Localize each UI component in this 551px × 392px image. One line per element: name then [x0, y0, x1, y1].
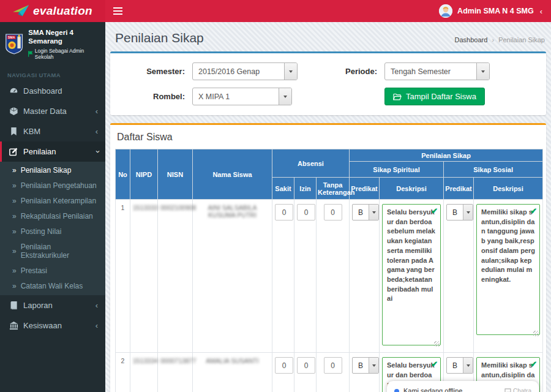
- nama-cell: AINI SALSABILA KUSUMA PUTRI: [193, 200, 272, 353]
- col-header-sikap-spiritual: Sikap Spiritual: [350, 162, 444, 178]
- chevron-left-icon: ‹: [96, 127, 98, 135]
- resize-grip-icon[interactable]: [533, 331, 539, 336]
- table-title: Daftar Siswa: [117, 132, 541, 143]
- nama-cell: AMALIA SUSANTI: [193, 353, 272, 392]
- resize-grip-icon[interactable]: [434, 341, 440, 347]
- sidebar-subitem-rekapitulasi-penilaian[interactable]: »Rekapitulasi Penilaian: [0, 209, 105, 224]
- chat-bubble-icon: [504, 388, 511, 392]
- angle-double-right-icon: »: [12, 266, 17, 275]
- col-header-absensi: Absensi: [272, 149, 350, 178]
- user-name: Admin SMA N 4 SMG: [457, 7, 534, 15]
- sakit-input[interactable]: [275, 357, 293, 374]
- tampil-daftar-siswa-button[interactable]: Tampil Daftar Siswa: [384, 88, 485, 105]
- sidebar-item-penilaian[interactable]: Penilaian ‹: [0, 141, 105, 162]
- col-header-predikat-sosial: Predikat: [444, 178, 474, 200]
- user-menu[interactable]: Admin SMA N 4 SMG ‹: [430, 0, 551, 22]
- col-header-deskripsi-spiritual: Deskripsi: [380, 178, 444, 200]
- col-header-nipd: NIPD: [130, 149, 158, 200]
- periode-select[interactable]: Tengah Semester: [384, 62, 490, 80]
- sakit-input[interactable]: [275, 204, 293, 221]
- izin-input[interactable]: [297, 357, 315, 374]
- select-caret-icon: [476, 63, 489, 80]
- angle-double-right-icon: »: [12, 197, 17, 205]
- breadcrumb-current: Penilaian Sikap: [498, 36, 545, 43]
- folder-open-icon: [393, 93, 402, 100]
- sidebar-subitem-prestasi[interactable]: »Prestasi: [0, 263, 105, 279]
- chat-widget[interactable]: Kami sedang offline Chatra: [387, 381, 539, 392]
- check-icon: ✔: [530, 360, 537, 369]
- paper-plane-icon: [13, 5, 30, 17]
- predikat-sosial-select[interactable]: B: [446, 204, 473, 221]
- sidebar-item-label: KBM: [23, 127, 40, 136]
- col-header-tanpa-keterangan: Tanpa Keterangan: [317, 178, 350, 200]
- angle-double-right-icon: »: [12, 247, 17, 255]
- sidebar-item-master-data[interactable]: Master Data ‹: [0, 101, 105, 121]
- select-caret-icon: [369, 358, 378, 373]
- top-navbar: evaluation Admin SMA N 4 SMG ‹: [0, 0, 551, 22]
- angle-double-right-icon: »: [12, 166, 17, 175]
- sidebar-item-label: Master Data: [23, 107, 67, 116]
- sidebar-subitem-posting-nilai[interactable]: »Posting Nilai: [0, 224, 105, 239]
- semester-select[interactable]: 2015/2016 Genap: [192, 62, 298, 80]
- select-caret-icon: [463, 358, 473, 373]
- main-content: Penilaian Sikap Dashboard › Penilaian Si…: [105, 22, 551, 392]
- col-header-sikap-sosial: Sikap Sosial: [444, 162, 543, 178]
- angle-double-right-icon: »: [12, 282, 17, 290]
- table-row: 1 1513333 0002100908 AINI SALSABILA KUSU…: [116, 200, 543, 353]
- sidebar-item-laporan[interactable]: Laporan ‹: [0, 295, 105, 315]
- col-header-deskripsi-sosial: Deskripsi: [474, 178, 543, 200]
- daftar-siswa-panel: Daftar Siswa No NIPD NISN Nama Siswa Abs…: [110, 123, 546, 392]
- chevron-down-icon: ‹: [92, 150, 100, 153]
- select-caret-icon: [279, 88, 291, 105]
- chevron-left-icon: ‹: [96, 107, 98, 115]
- login-status: Login Sebagai Admin Sekolah: [28, 48, 100, 60]
- breadcrumb-dashboard-link[interactable]: Dashboard: [455, 36, 488, 43]
- school-name: SMA Negeri 4 Semarang: [28, 28, 100, 46]
- sidebar-subitem-catatan-wali-kelas[interactable]: »Catatan Wali Kelas: [0, 279, 105, 294]
- row-number: 2: [116, 353, 130, 392]
- bookmark-icon: [9, 127, 18, 136]
- brand-text: evaluation: [33, 4, 92, 18]
- dashboard-icon: [9, 86, 18, 96]
- chat-status-text: Kami sedang offline: [403, 387, 462, 392]
- sidebar-subitem-penilaian-ekstrakurikuler[interactable]: »Penilaian Ekstrakurikuler: [0, 239, 105, 263]
- offline-status-dot-icon: [394, 389, 399, 392]
- rombel-label: Rombel:: [124, 92, 185, 101]
- col-header-izin: Izin: [294, 178, 317, 200]
- page-title: Penilaian Sikap: [115, 31, 204, 45]
- angle-double-right-icon: »: [12, 181, 17, 190]
- deskripsi-spiritual-textarea[interactable]: Selalu bersyukur dan berdoa sebelum mela…: [382, 204, 441, 345]
- sidebar-item-dashboard[interactable]: Dashboard: [0, 81, 105, 101]
- sidebar-item-label: Penilaian: [23, 147, 56, 156]
- edit-icon: [9, 147, 18, 156]
- rombel-select[interactable]: X MIPA 1: [192, 88, 292, 105]
- angle-double-right-icon: »: [12, 227, 17, 236]
- predikat-sosial-select[interactable]: B: [446, 357, 473, 374]
- bank-icon: [9, 321, 18, 330]
- nipd-cell: 1513333: [130, 200, 158, 353]
- breadcrumb: Dashboard › Penilaian Sikap: [455, 36, 545, 45]
- predikat-spiritual-select[interactable]: B: [352, 204, 379, 221]
- col-header-predikat-spiritual: Predikat: [350, 178, 380, 200]
- col-header-nisn: NISN: [158, 149, 193, 200]
- nisn-cell: 0002100908: [158, 200, 193, 353]
- predikat-spiritual-select[interactable]: B: [352, 357, 379, 374]
- select-caret-icon: [284, 63, 297, 80]
- tanpa-keterangan-input[interactable]: [324, 204, 342, 221]
- school-panel: SMA SMA Negeri 4 Semarang Login Sebagai …: [0, 22, 105, 66]
- sidebar-item-kesiswaan[interactable]: Kesiswaan ‹: [0, 315, 105, 336]
- sidebar: SMA SMA Negeri 4 Semarang Login Sebagai …: [0, 22, 105, 392]
- book-icon: [9, 301, 18, 310]
- cube-icon: [9, 107, 18, 116]
- check-icon: ✔: [431, 206, 438, 216]
- deskripsi-sosial-textarea[interactable]: Memiliki sikap santun,disiplin dan tangg…: [476, 204, 540, 335]
- sidebar-toggle-button[interactable]: [105, 0, 130, 22]
- sidebar-subitem-penilaian-keterampilan[interactable]: »Penilaian Keterampilan: [0, 194, 105, 209]
- app-logo[interactable]: evaluation: [0, 0, 105, 22]
- sidebar-item-kbm[interactable]: KBM ‹: [0, 121, 105, 141]
- sidebar-subitem-penilaian-sikap[interactable]: »Penilaian Sikap: [0, 163, 105, 178]
- izin-input[interactable]: [297, 204, 315, 221]
- flag-icon: [28, 51, 33, 57]
- tanpa-keterangan-input[interactable]: [324, 357, 342, 374]
- sidebar-subitem-penilaian-pengetahuan[interactable]: »Penilaian Pengetahuan: [0, 178, 105, 194]
